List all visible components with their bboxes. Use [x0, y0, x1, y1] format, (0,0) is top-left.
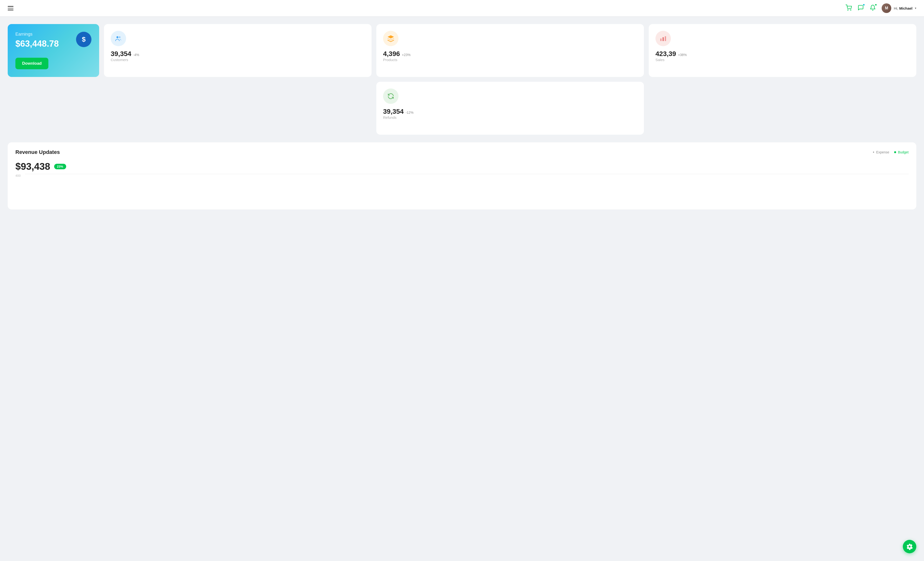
- refunds-card: 39,354 -12% Refunds: [376, 82, 644, 135]
- settings-fab[interactable]: [903, 540, 916, 553]
- products-card: 4,396 +23% Products: [376, 24, 644, 77]
- revenue-title: Revenue Updates: [15, 149, 60, 156]
- download-button[interactable]: Download: [15, 58, 48, 69]
- refunds-icon: [387, 92, 394, 100]
- chart-label-400: 400: [15, 174, 21, 178]
- cart-icon[interactable]: [846, 4, 852, 12]
- avatar: M: [882, 3, 891, 13]
- refunds-label: Refunds: [383, 115, 637, 120]
- revenue-badge: 23%: [54, 164, 66, 169]
- menu-button[interactable]: [8, 6, 14, 10]
- budget-legend: Budget: [894, 150, 909, 154]
- customers-icon-circle: [111, 31, 126, 46]
- header: M Hi, Michael ▾: [0, 0, 924, 16]
- sales-icon: [659, 34, 667, 42]
- chevron-down-icon: ▾: [915, 6, 916, 10]
- dollar-icon-circle: $: [76, 32, 92, 47]
- customers-icon: [114, 34, 122, 42]
- svg-point-3: [119, 36, 120, 38]
- sales-icon-circle: [656, 31, 671, 46]
- bell-badge: [874, 4, 877, 6]
- sales-change: +38%: [678, 53, 687, 57]
- user-greeting: Hi, Michael: [894, 6, 912, 10]
- products-numbers: 4,396 +23%: [383, 50, 637, 58]
- products-value: 4,396: [383, 50, 400, 58]
- header-right: M Hi, Michael ▾: [846, 3, 916, 13]
- revenue-header: Revenue Updates • Expense Budget: [15, 149, 909, 156]
- avatar-image: M: [882, 3, 891, 13]
- customers-value: 39,354: [111, 50, 131, 58]
- budget-dot: [894, 151, 896, 153]
- refunds-value: 39,354: [383, 108, 404, 115]
- svg-rect-4: [660, 39, 662, 41]
- message-icon[interactable]: [858, 4, 864, 12]
- products-label: Products: [383, 58, 637, 62]
- svg-point-1: [850, 10, 851, 10]
- customers-numbers: 39,354 -4%: [111, 50, 365, 58]
- expense-legend: • Expense: [873, 150, 890, 154]
- svg-point-0: [848, 10, 848, 10]
- revenue-section: Revenue Updates • Expense Budget $93,438…: [8, 142, 916, 209]
- earnings-card: Earnings $63,448.78 $ Download: [8, 24, 99, 77]
- revenue-legend: • Expense Budget: [873, 150, 909, 154]
- stats-row-1: Earnings $63,448.78 $ Download 39,354: [8, 24, 916, 77]
- main-content: Earnings $63,448.78 $ Download 39,354: [0, 16, 924, 217]
- revenue-amount-area: $93,438 23%: [15, 161, 909, 172]
- svg-point-2: [117, 36, 118, 38]
- refunds-icon-circle: [383, 88, 399, 104]
- chart-gridline: [25, 174, 909, 174]
- stats-row-2: 39,354 -12% Refunds: [8, 82, 916, 135]
- settings-icon: [906, 543, 913, 550]
- sales-numbers: 423,39 +38%: [656, 50, 910, 58]
- customers-label: Customers: [111, 58, 365, 62]
- products-icon-circle: [383, 31, 399, 46]
- sales-card: 423,39 +38% Sales: [649, 24, 916, 77]
- sales-value: 423,39: [656, 50, 676, 58]
- expense-dot: •: [873, 150, 874, 154]
- customers-change: -4%: [133, 53, 140, 57]
- empty-cell-2: [104, 82, 372, 135]
- products-icon: [387, 34, 394, 42]
- svg-rect-5: [663, 37, 664, 41]
- refunds-numbers: 39,354 -12%: [383, 108, 637, 115]
- products-change: +23%: [402, 53, 411, 57]
- chart-area: 400: [15, 174, 909, 203]
- revenue-amount: $93,438: [15, 161, 50, 172]
- user-menu[interactable]: M Hi, Michael ▾: [882, 3, 916, 13]
- svg-rect-6: [665, 36, 666, 41]
- message-badge: [862, 4, 865, 6]
- sales-label: Sales: [656, 58, 910, 62]
- customers-card: 39,354 -4% Customers: [104, 24, 372, 77]
- empty-cell-3: [649, 82, 916, 135]
- bell-icon[interactable]: [870, 4, 876, 12]
- empty-cell-1: [8, 82, 99, 135]
- refunds-change: -12%: [406, 111, 414, 114]
